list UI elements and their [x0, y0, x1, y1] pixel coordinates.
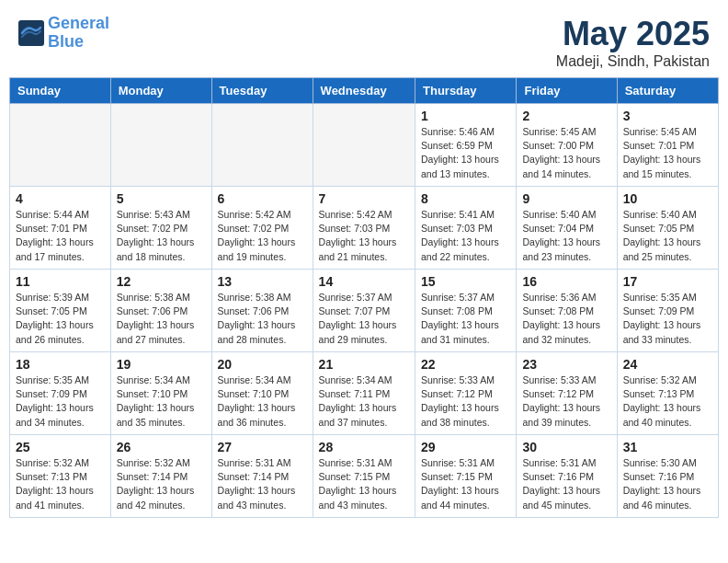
- day-info: Sunrise: 5:31 AM Sunset: 7:15 PM Dayligh…: [319, 456, 409, 512]
- calendar-cell: 21Sunrise: 5:34 AM Sunset: 7:11 PM Dayli…: [313, 352, 415, 435]
- calendar-cell: 5Sunrise: 5:43 AM Sunset: 7:02 PM Daylig…: [110, 187, 211, 270]
- day-of-week-header: Thursday: [415, 78, 517, 104]
- calendar-cell: 3Sunrise: 5:45 AM Sunset: 7:01 PM Daylig…: [617, 104, 718, 187]
- calendar-cell: 18Sunrise: 5:35 AM Sunset: 7:09 PM Dayli…: [10, 352, 111, 435]
- calendar-cell: 26Sunrise: 5:32 AM Sunset: 7:14 PM Dayli…: [110, 435, 211, 518]
- day-info: Sunrise: 5:31 AM Sunset: 7:14 PM Dayligh…: [218, 456, 307, 512]
- day-number: 2: [522, 109, 610, 123]
- calendar-cell: 29Sunrise: 5:31 AM Sunset: 7:15 PM Dayli…: [415, 435, 517, 518]
- calendar-cell: 27Sunrise: 5:31 AM Sunset: 7:14 PM Dayli…: [211, 435, 313, 518]
- calendar-cell: 16Sunrise: 5:36 AM Sunset: 7:08 PM Dayli…: [517, 270, 617, 352]
- day-info: Sunrise: 5:37 AM Sunset: 7:08 PM Dayligh…: [421, 291, 510, 347]
- day-info: Sunrise: 5:41 AM Sunset: 7:03 PM Dayligh…: [421, 208, 510, 264]
- calendar-cell: 28Sunrise: 5:31 AM Sunset: 7:15 PM Dayli…: [313, 435, 415, 518]
- calendar-cell: 15Sunrise: 5:37 AM Sunset: 7:08 PM Dayli…: [415, 270, 517, 352]
- day-of-week-header: Sunday: [10, 78, 111, 104]
- calendar-body: 1Sunrise: 5:46 AM Sunset: 6:59 PM Daylig…: [10, 104, 719, 518]
- day-number: 9: [522, 191, 610, 206]
- day-info: Sunrise: 5:33 AM Sunset: 7:12 PM Dayligh…: [421, 373, 510, 430]
- day-info: Sunrise: 5:34 AM Sunset: 7:10 PM Dayligh…: [218, 373, 307, 430]
- calendar-cell: 17Sunrise: 5:35 AM Sunset: 7:09 PM Dayli…: [617, 270, 718, 352]
- day-of-week-header: Friday: [517, 78, 617, 104]
- day-number: 4: [16, 191, 105, 206]
- day-of-week-header: Monday: [110, 78, 211, 104]
- calendar-cell: 7Sunrise: 5:42 AM Sunset: 7:03 PM Daylig…: [313, 187, 415, 270]
- day-number: 30: [522, 440, 610, 454]
- logo-icon: [18, 20, 44, 46]
- page-subtitle: Madeji, Sindh, Pakistan: [556, 53, 710, 70]
- calendar-header: SundayMondayTuesdayWednesdayThursdayFrid…: [10, 78, 719, 104]
- week-row: 25Sunrise: 5:32 AM Sunset: 7:13 PM Dayli…: [10, 435, 719, 518]
- calendar-cell: 13Sunrise: 5:38 AM Sunset: 7:06 PM Dayli…: [211, 270, 313, 352]
- week-row: 18Sunrise: 5:35 AM Sunset: 7:09 PM Dayli…: [10, 352, 719, 435]
- week-row: 11Sunrise: 5:39 AM Sunset: 7:05 PM Dayli…: [10, 270, 719, 352]
- day-number: 20: [218, 357, 307, 372]
- calendar-cell: 24Sunrise: 5:32 AM Sunset: 7:13 PM Dayli…: [617, 352, 718, 435]
- day-number: 21: [319, 357, 409, 372]
- day-number: 28: [319, 440, 409, 454]
- day-number: 5: [117, 191, 206, 206]
- day-number: 8: [421, 191, 510, 206]
- calendar-cell: [10, 104, 111, 187]
- day-info: Sunrise: 5:34 AM Sunset: 7:10 PM Dayligh…: [117, 373, 206, 430]
- calendar-table: SundayMondayTuesdayWednesdayThursdayFrid…: [9, 77, 719, 518]
- day-info: Sunrise: 5:44 AM Sunset: 7:01 PM Dayligh…: [16, 208, 105, 264]
- calendar-cell: 8Sunrise: 5:41 AM Sunset: 7:03 PM Daylig…: [415, 187, 517, 270]
- day-number: 12: [117, 274, 206, 289]
- day-info: Sunrise: 5:32 AM Sunset: 7:13 PM Dayligh…: [623, 373, 712, 430]
- calendar-cell: 14Sunrise: 5:37 AM Sunset: 7:07 PM Dayli…: [313, 270, 415, 352]
- day-info: Sunrise: 5:46 AM Sunset: 6:59 PM Dayligh…: [421, 125, 510, 181]
- day-number: 31: [623, 440, 712, 454]
- calendar-cell: 9Sunrise: 5:40 AM Sunset: 7:04 PM Daylig…: [517, 187, 617, 270]
- calendar-cell: [313, 104, 415, 187]
- calendar-cell: 4Sunrise: 5:44 AM Sunset: 7:01 PM Daylig…: [10, 187, 111, 270]
- calendar-wrapper: SundayMondayTuesdayWednesdayThursdayFrid…: [0, 77, 728, 527]
- day-info: Sunrise: 5:45 AM Sunset: 7:00 PM Dayligh…: [522, 125, 610, 181]
- day-number: 23: [522, 357, 610, 372]
- day-info: Sunrise: 5:40 AM Sunset: 7:05 PM Dayligh…: [623, 208, 712, 264]
- calendar-cell: 30Sunrise: 5:31 AM Sunset: 7:16 PM Dayli…: [517, 435, 617, 518]
- day-of-week-header: Saturday: [617, 78, 718, 104]
- title-block: May 2025 Madeji, Sindh, Pakistan: [556, 15, 710, 70]
- calendar-cell: 19Sunrise: 5:34 AM Sunset: 7:10 PM Dayli…: [110, 352, 211, 435]
- day-info: Sunrise: 5:33 AM Sunset: 7:12 PM Dayligh…: [522, 373, 610, 430]
- days-of-week-row: SundayMondayTuesdayWednesdayThursdayFrid…: [10, 78, 719, 104]
- day-info: Sunrise: 5:40 AM Sunset: 7:04 PM Dayligh…: [522, 208, 610, 264]
- calendar-cell: 25Sunrise: 5:32 AM Sunset: 7:13 PM Dayli…: [10, 435, 111, 518]
- day-number: 15: [421, 274, 510, 289]
- day-info: Sunrise: 5:42 AM Sunset: 7:03 PM Dayligh…: [319, 208, 409, 264]
- day-number: 1: [421, 109, 510, 123]
- day-info: Sunrise: 5:45 AM Sunset: 7:01 PM Dayligh…: [623, 125, 712, 181]
- calendar-cell: 6Sunrise: 5:42 AM Sunset: 7:02 PM Daylig…: [211, 187, 313, 270]
- day-number: 29: [421, 440, 510, 454]
- day-number: 18: [16, 357, 105, 372]
- day-number: 7: [319, 191, 409, 206]
- day-info: Sunrise: 5:42 AM Sunset: 7:02 PM Dayligh…: [218, 208, 307, 264]
- week-row: 1Sunrise: 5:46 AM Sunset: 6:59 PM Daylig…: [10, 104, 719, 187]
- day-info: Sunrise: 5:35 AM Sunset: 7:09 PM Dayligh…: [623, 291, 712, 347]
- calendar-cell: [110, 104, 211, 187]
- day-info: Sunrise: 5:39 AM Sunset: 7:05 PM Dayligh…: [16, 291, 105, 347]
- day-number: 26: [117, 440, 206, 454]
- day-number: 14: [319, 274, 409, 289]
- day-info: Sunrise: 5:31 AM Sunset: 7:15 PM Dayligh…: [421, 456, 510, 512]
- day-number: 10: [623, 191, 712, 206]
- day-info: Sunrise: 5:32 AM Sunset: 7:14 PM Dayligh…: [117, 456, 206, 512]
- day-number: 17: [623, 274, 712, 289]
- calendar-cell: 11Sunrise: 5:39 AM Sunset: 7:05 PM Dayli…: [10, 270, 111, 352]
- day-info: Sunrise: 5:37 AM Sunset: 7:07 PM Dayligh…: [319, 291, 409, 347]
- calendar-cell: 12Sunrise: 5:38 AM Sunset: 7:06 PM Dayli…: [110, 270, 211, 352]
- day-info: Sunrise: 5:36 AM Sunset: 7:08 PM Dayligh…: [522, 291, 610, 347]
- logo: General Blue: [18, 15, 109, 52]
- day-info: Sunrise: 5:38 AM Sunset: 7:06 PM Dayligh…: [117, 291, 206, 347]
- day-info: Sunrise: 5:30 AM Sunset: 7:16 PM Dayligh…: [623, 456, 712, 512]
- day-number: 25: [16, 440, 105, 454]
- calendar-cell: 1Sunrise: 5:46 AM Sunset: 6:59 PM Daylig…: [415, 104, 517, 187]
- day-number: 22: [421, 357, 510, 372]
- day-number: 6: [218, 191, 307, 206]
- calendar-cell: 20Sunrise: 5:34 AM Sunset: 7:10 PM Dayli…: [211, 352, 313, 435]
- day-number: 11: [16, 274, 105, 289]
- calendar-cell: 10Sunrise: 5:40 AM Sunset: 7:05 PM Dayli…: [617, 187, 718, 270]
- day-of-week-header: Wednesday: [313, 78, 415, 104]
- day-info: Sunrise: 5:35 AM Sunset: 7:09 PM Dayligh…: [16, 373, 105, 430]
